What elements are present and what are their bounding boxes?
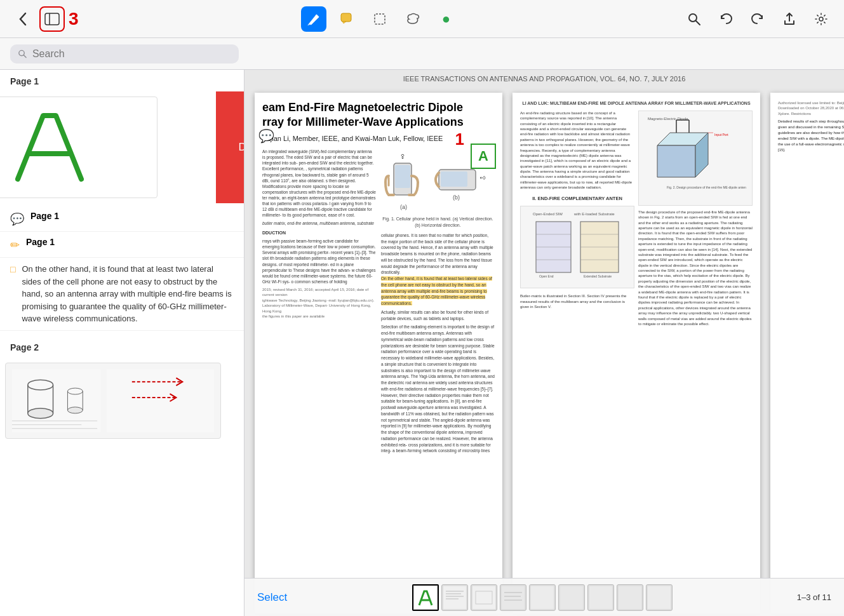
page2-figure-left: Open-Ended SIW with E-loaded Substrate <box>520 206 634 288</box>
bottom-bar: Select <box>244 578 844 616</box>
journal-header-text: IEEE TRANSACTIONS ON ANTENNAS AND PROPAG… <box>403 75 686 83</box>
redo-button[interactable] <box>745 6 770 32</box>
bottom-thumb-2[interactable] <box>441 584 468 611</box>
search-icon <box>18 49 27 59</box>
svg-rect-49 <box>443 586 466 609</box>
svg-line-5 <box>696 21 700 25</box>
pdf-pages-container: eam End-Fire Magnetoelectric Dipole rray… <box>244 88 844 616</box>
page2-text-cont: Butler-matrix is illustrated in Section … <box>520 293 634 309</box>
comment-button[interactable] <box>334 6 359 32</box>
svg-rect-3 <box>375 14 385 24</box>
select-button[interactable]: Select <box>257 591 287 604</box>
page2-text-right: The design procedure of the proposed end… <box>638 210 753 327</box>
lasso-button[interactable] <box>400 6 425 32</box>
sidebar-page1-highlight[interactable]: □ On the other hand, it is found that at… <box>0 258 244 331</box>
green-a-drawing <box>0 103 100 192</box>
sidebar-page1-comment[interactable]: 💬 Page 1 <box>0 206 244 232</box>
page2-thumbnail-img <box>5 363 221 439</box>
phone-vertical-svg: (a) <box>382 154 424 211</box>
svg-text:Input Port: Input Port <box>714 133 728 137</box>
bottom-thumb-8[interactable] <box>617 584 643 611</box>
svg-rect-64 <box>648 586 671 609</box>
svg-text:(a): (a) <box>400 204 407 210</box>
svg-rect-60 <box>531 586 554 609</box>
figures-note: the figures in this paper are available <box>262 314 376 319</box>
sidebar-page2-thumbnail-card[interactable] <box>0 358 244 444</box>
bottom-thumbnails <box>412 584 673 611</box>
svg-rect-63 <box>619 586 641 609</box>
svg-text:Open End: Open End <box>539 274 554 278</box>
figure-caption: Fig. 1. Cellular phone held in hand. (a)… <box>381 216 495 229</box>
page3-auth-line: Authorized licensed use limited to: Beij… <box>778 100 844 116</box>
bottom-thumb-7[interactable] <box>587 584 614 611</box>
svg-text:(b): (b) <box>453 194 460 201</box>
highlight-icon: □ <box>10 264 15 274</box>
sidebar-toggle-button[interactable] <box>39 6 65 32</box>
abstract-cols: An integrated waveguide (SIW)-fed comple… <box>262 149 495 454</box>
highlighted-body-text: On the other hand, it is found that at l… <box>381 276 495 307</box>
svg-point-18 <box>67 406 83 413</box>
bottom-thumb-1[interactable] <box>412 584 439 611</box>
svg-text:Fig. 2. Design procedure of th: Fig. 2. Design procedure of the end-fire… <box>667 185 746 189</box>
bottom-thumb-3[interactable] <box>471 584 497 611</box>
svg-rect-23 <box>395 165 410 188</box>
svg-rect-10 <box>107 369 214 432</box>
back-button[interactable] <box>10 6 36 32</box>
toolbar: 3 ● <box>0 0 844 38</box>
dot-button[interactable]: ● <box>433 6 459 32</box>
share-button[interactable] <box>777 6 802 32</box>
page1-title: eam End-Fire Magnetoelectric Dipole rray… <box>262 100 495 130</box>
search-input-wrapper[interactable] <box>10 44 239 64</box>
pdf-page-1: eam End-Fire Magnetoelectric Dipole rray… <box>255 93 502 613</box>
phone-vertical-container: (a) <box>382 154 424 211</box>
page3-body: Detailed results of each step throughout… <box>778 119 844 153</box>
affiliation: ightwave Technology, Beijing Jiaotong -m… <box>262 298 376 314</box>
sidebar-page2-label: Page 2 <box>0 336 244 355</box>
settings-button[interactable] <box>808 6 834 32</box>
search-button[interactable] <box>681 6 707 32</box>
search-bar <box>0 38 844 70</box>
page-info: 1–3 of 11 <box>797 593 831 602</box>
pen-button[interactable] <box>301 6 326 32</box>
svg-rect-9 <box>12 369 100 432</box>
svg-rect-61 <box>560 586 583 609</box>
selection-button[interactable] <box>367 6 392 32</box>
thumb2-svg <box>443 586 466 609</box>
pencil-icon: ✏ <box>10 238 20 252</box>
abstract-col-right: (a) <box>381 149 495 454</box>
bottom-thumb-5[interactable] <box>529 584 556 611</box>
intro-header: DDUCTION <box>262 230 376 236</box>
siw-diagram: Open-Ended SIW with E-loaded Substrate <box>530 209 625 285</box>
sidebar-page1-pencil[interactable]: ✏ Page 1 <box>0 232 244 258</box>
delete-button[interactable]: Delete <box>216 91 244 203</box>
bottom-thumb-9[interactable] <box>646 584 673 611</box>
page3-content: Authorized licensed use limited to: Beij… <box>770 93 844 613</box>
svg-point-14 <box>28 408 53 418</box>
svg-point-4 <box>689 14 697 22</box>
main-layout: Page 1 2 <box>0 70 844 616</box>
bottom-thumb-6[interactable] <box>558 584 585 611</box>
me-dipole-diagram: Magneto-Electric Dipole Input Port <box>645 114 746 203</box>
page1-thumbnail-img: 2 <box>0 97 157 198</box>
undo-button[interactable] <box>713 6 739 32</box>
sidebar-item-content: Page 1 <box>26 237 55 248</box>
annotation-letter: A <box>478 147 488 166</box>
abstract-text: An integrated waveguide (SIW)-fed comple… <box>262 149 376 218</box>
annotation-box-a: A <box>471 144 496 169</box>
sidebar-pencil-title: Page 1 <box>26 237 55 247</box>
date-line: 2015; revised March 31, 2016; accepted A… <box>262 287 376 298</box>
bottom-thumb-4[interactable] <box>500 584 526 611</box>
section2-header: II. END-FIRE COMPLEMENTARY ANTEN <box>520 196 634 203</box>
svg-rect-47 <box>414 586 437 609</box>
content-area: IEEE TRANSACTIONS ON ANTENNAS AND PROPAG… <box>244 70 844 616</box>
svg-text:with E-loaded Substrate: with E-loaded Substrate <box>573 212 615 216</box>
thumb3-svg <box>472 586 495 609</box>
page1-content: eam End-Fire Magnetoelectric Dipole rray… <box>255 93 502 613</box>
badge-number: 3 <box>69 10 79 28</box>
body-text-1: cellular phones. It is seen that no matt… <box>381 232 495 276</box>
svg-line-8 <box>23 55 26 57</box>
sidebar-page1-thumbnail-card[interactable]: 2 Delete <box>0 91 244 203</box>
marker-1: 1 <box>455 128 464 151</box>
search-input[interactable] <box>32 48 231 60</box>
page2-figure-right: Magneto-Electric Dipole Input Port <box>638 110 753 206</box>
